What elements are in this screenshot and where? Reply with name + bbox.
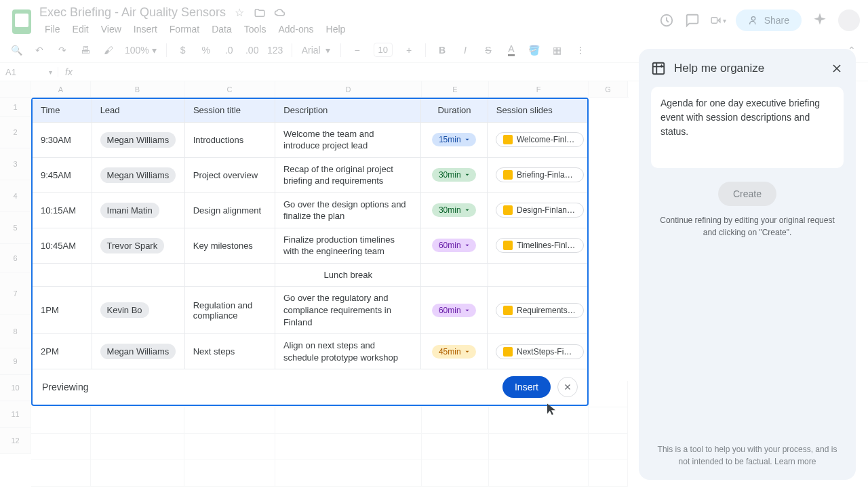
create-button[interactable]: Create: [718, 182, 776, 206]
row-header[interactable]: 2: [0, 117, 31, 148]
cell-lead: Megan Williams: [92, 158, 185, 192]
more-toolbar-icon[interactable]: ⋮: [574, 43, 587, 57]
font-select[interactable]: Arial ▾: [302, 45, 331, 56]
person-chip[interactable]: Megan Williams: [100, 344, 176, 359]
row-header[interactable]: 10: [0, 375, 31, 401]
gemini-spark-icon[interactable]: [811, 12, 829, 29]
duration-chip[interactable]: 30min: [432, 168, 476, 182]
menu-insert[interactable]: Insert: [128, 21, 163, 37]
col-header[interactable]: A: [31, 81, 91, 97]
row-header[interactable]: 7: [0, 272, 31, 314]
cell-session-title: Introductions: [185, 123, 275, 157]
cell-description: Go over the regulatory and compliance re…: [275, 287, 421, 333]
person-chip[interactable]: Megan Williams: [100, 167, 176, 183]
file-chip[interactable]: Welcome-Finlan…: [496, 132, 584, 147]
file-chip[interactable]: NextSteps-Finlan…: [496, 344, 584, 359]
row-header[interactable]: 4: [0, 180, 31, 212]
row-header[interactable]: 8: [0, 314, 31, 348]
slides-file-icon: [503, 135, 513, 144]
dismiss-preview-button[interactable]: [557, 377, 578, 397]
person-chip[interactable]: Megan Williams: [100, 132, 176, 148]
preview-footer: Previewing Insert: [33, 369, 587, 405]
person-chip[interactable]: Trevor Spark: [100, 238, 165, 253]
account-avatar[interactable]: [838, 9, 860, 31]
comment-icon[interactable]: [684, 12, 701, 28]
menu-data[interactable]: Data: [206, 21, 237, 37]
cloud-saved-icon[interactable]: [273, 6, 287, 20]
decrease-font-icon[interactable]: −: [351, 43, 364, 57]
svg-rect-2: [653, 63, 665, 75]
increase-decimal-icon[interactable]: .00: [245, 43, 259, 57]
person-chip[interactable]: Imani Matin: [100, 203, 159, 218]
col-header[interactable]: F: [489, 81, 589, 97]
col-header[interactable]: G: [589, 81, 628, 97]
cell-lead: Megan Williams: [92, 334, 185, 369]
meet-icon[interactable]: ▾: [710, 12, 726, 28]
star-icon[interactable]: ☆: [233, 6, 246, 20]
redo-icon[interactable]: ↷: [56, 43, 69, 57]
duration-chip[interactable]: 15min: [432, 133, 476, 146]
col-header[interactable]: E: [422, 81, 489, 97]
strike-icon[interactable]: S: [481, 43, 495, 57]
close-panel-button[interactable]: [830, 62, 844, 75]
paint-format-icon[interactable]: 🖌: [102, 43, 115, 57]
bold-icon[interactable]: B: [435, 43, 449, 57]
undo-icon[interactable]: ↶: [33, 43, 46, 57]
share-button[interactable]: Share: [736, 9, 802, 31]
number-format[interactable]: 123: [269, 43, 282, 57]
duration-chip[interactable]: 60min: [432, 239, 476, 252]
row-header[interactable]: 11: [0, 401, 31, 428]
menu-edit[interactable]: Edit: [67, 21, 94, 37]
document-title[interactable]: Exec Briefing - Air Quality Sensors: [39, 5, 226, 20]
menu-file[interactable]: File: [39, 21, 66, 37]
row-header[interactable]: 5: [0, 212, 31, 244]
header-lead: Lead: [92, 99, 185, 122]
cell-duration: [421, 264, 488, 287]
name-box[interactable]: A1▾: [0, 67, 58, 77]
header-time: Time: [33, 99, 92, 122]
row-header[interactable]: 12: [0, 428, 31, 454]
currency-icon[interactable]: $: [176, 43, 190, 57]
cell-slides: Timelines-Finlan…: [488, 228, 587, 263]
history-icon[interactable]: [658, 12, 675, 28]
menu-format[interactable]: Format: [164, 21, 205, 37]
prompt-textarea[interactable]: Agenda for one day executive briefing ev…: [651, 87, 844, 168]
print-icon[interactable]: 🖶: [79, 43, 92, 57]
menu-tools[interactable]: Tools: [239, 21, 272, 37]
duration-chip[interactable]: 60min: [432, 304, 476, 317]
search-icon[interactable]: 🔍: [9, 43, 23, 57]
cell-time: 9:45AM: [33, 158, 92, 192]
zoom-select[interactable]: 100% ▾: [125, 45, 157, 56]
file-chip[interactable]: Design-FinlandC…: [496, 203, 584, 218]
borders-icon[interactable]: ▦: [551, 43, 564, 57]
cell-time: 9:30AM: [33, 123, 92, 157]
row-header[interactable]: 6: [0, 244, 31, 272]
decrease-decimal-icon[interactable]: .0: [222, 43, 236, 57]
table-row: Lunch break: [33, 264, 587, 287]
menu-view[interactable]: View: [96, 21, 127, 37]
duration-chip[interactable]: 30min: [432, 203, 476, 217]
menu-help[interactable]: Help: [321, 21, 351, 37]
menu-addons[interactable]: Add-ons: [273, 21, 319, 37]
italic-icon[interactable]: I: [458, 43, 472, 57]
fill-color-icon[interactable]: 🪣: [528, 43, 541, 57]
font-size-input[interactable]: 10: [374, 43, 393, 57]
cell-duration: 45min: [421, 334, 488, 369]
increase-font-icon[interactable]: +: [402, 43, 416, 57]
col-header[interactable]: D: [275, 81, 422, 97]
col-header[interactable]: B: [91, 81, 184, 97]
file-chip[interactable]: Requirements-Fi…: [496, 303, 584, 318]
row-header[interactable]: 3: [0, 148, 31, 180]
insert-button[interactable]: Insert: [502, 376, 551, 398]
row-header[interactable]: 9: [0, 348, 31, 375]
file-chip[interactable]: Timelines-Finlan…: [496, 238, 584, 253]
file-chip[interactable]: Briefing-Finland…: [496, 167, 584, 182]
text-color-icon[interactable]: A: [505, 43, 518, 57]
duration-chip[interactable]: 45min: [432, 345, 476, 359]
person-chip[interactable]: Kevin Bo: [100, 302, 149, 318]
move-folder-icon[interactable]: [253, 6, 267, 20]
row-header[interactable]: 1: [0, 98, 31, 117]
percent-icon[interactable]: %: [199, 43, 213, 57]
col-header[interactable]: C: [184, 81, 275, 97]
cell-lead: Imani Matin: [92, 193, 185, 228]
